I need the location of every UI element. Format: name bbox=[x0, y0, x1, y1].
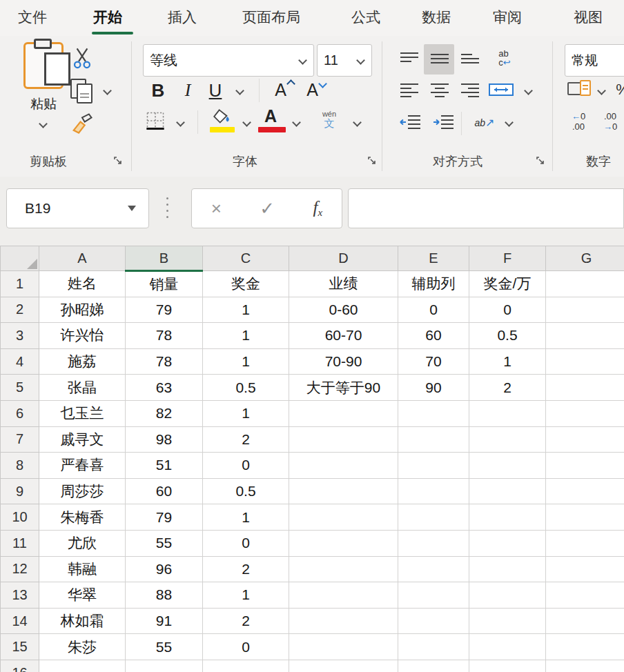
cell-f12[interactable] bbox=[469, 556, 546, 582]
row-header-12[interactable]: 12 bbox=[1, 556, 39, 582]
cell-d13[interactable] bbox=[289, 582, 398, 609]
cell-b1[interactable]: 销量 bbox=[126, 271, 203, 297]
cell-g4[interactable] bbox=[546, 348, 624, 375]
cell-d6[interactable] bbox=[289, 400, 398, 426]
row-header-1[interactable]: 1 bbox=[1, 271, 39, 297]
cell-g1[interactable] bbox=[546, 271, 624, 297]
cell-a8[interactable]: 严春喜 bbox=[39, 453, 126, 479]
tab-data[interactable]: 数据 bbox=[422, 8, 451, 27]
row-header-15[interactable]: 15 bbox=[1, 634, 39, 660]
italic-button[interactable]: I bbox=[177, 77, 199, 103]
cell-e1[interactable]: 辅助列 bbox=[398, 271, 469, 297]
column-header-f[interactable]: F bbox=[469, 246, 546, 271]
enter-button[interactable]: ✓ bbox=[260, 198, 275, 219]
cell-d14[interactable] bbox=[289, 608, 398, 634]
cell-g9[interactable] bbox=[546, 478, 624, 504]
row-header-10[interactable]: 10 bbox=[1, 504, 39, 531]
cell-f10[interactable] bbox=[469, 504, 546, 531]
cell-e6[interactable] bbox=[398, 400, 469, 426]
cell-c10[interactable]: 1 bbox=[203, 504, 289, 531]
increase-indent-button[interactable] bbox=[429, 112, 457, 132]
underline-button[interactable]: U bbox=[204, 77, 226, 103]
increase-decimal-button[interactable]: .00 →0 bbox=[595, 109, 624, 135]
tab-review[interactable]: 审阅 bbox=[493, 8, 522, 27]
cell-a9[interactable]: 周莎莎 bbox=[39, 478, 126, 504]
insert-function-button[interactable]: fx bbox=[313, 198, 323, 219]
select-all-corner[interactable] bbox=[1, 246, 39, 271]
cell-c6[interactable]: 1 bbox=[203, 400, 289, 426]
cell-b5[interactable]: 63 bbox=[126, 375, 203, 401]
cell-d12[interactable] bbox=[289, 556, 398, 582]
cell-c8[interactable]: 0 bbox=[203, 453, 289, 479]
cell-b4[interactable]: 78 bbox=[126, 348, 203, 375]
cell-b16[interactable] bbox=[126, 660, 203, 672]
cell-b9[interactable]: 60 bbox=[126, 478, 203, 504]
font-size-select[interactable]: 11 bbox=[317, 44, 372, 77]
cell-a4[interactable]: 施荔 bbox=[39, 348, 126, 375]
cell-c16[interactable] bbox=[203, 660, 289, 672]
cell-f5[interactable]: 2 bbox=[469, 375, 546, 401]
cell-c5[interactable]: 0.5 bbox=[203, 375, 289, 401]
cell-b13[interactable]: 88 bbox=[126, 582, 203, 609]
cell-c1[interactable]: 奖金 bbox=[203, 271, 289, 297]
column-header-d[interactable]: D bbox=[289, 246, 398, 271]
accounting-dropdown[interactable] bbox=[595, 86, 607, 95]
cell-e12[interactable] bbox=[398, 556, 469, 582]
orientation-dropdown[interactable] bbox=[503, 117, 515, 127]
cell-f1[interactable]: 奖金/万 bbox=[469, 271, 546, 297]
cell-d2[interactable]: 0-60 bbox=[289, 297, 398, 323]
cell-f15[interactable] bbox=[469, 634, 546, 660]
cell-g11[interactable] bbox=[546, 530, 624, 556]
decrease-font-button[interactable]: A bbox=[302, 76, 330, 103]
cell-c13[interactable]: 1 bbox=[203, 582, 289, 609]
row-header-16[interactable]: 16 bbox=[1, 660, 39, 672]
cell-e14[interactable] bbox=[398, 608, 469, 634]
cell-a10[interactable]: 朱梅香 bbox=[39, 504, 126, 531]
row-header-9[interactable]: 9 bbox=[1, 478, 39, 504]
row-header-13[interactable]: 13 bbox=[1, 582, 39, 609]
align-center-button[interactable] bbox=[427, 80, 453, 101]
font-dialog-launcher[interactable] bbox=[367, 156, 377, 166]
merge-dropdown[interactable] bbox=[522, 86, 534, 95]
cell-e15[interactable] bbox=[398, 634, 469, 660]
cell-d9[interactable] bbox=[289, 478, 398, 504]
column-header-c[interactable]: C bbox=[203, 246, 289, 271]
cell-b3[interactable]: 78 bbox=[126, 323, 203, 349]
align-top-button[interactable] bbox=[396, 48, 422, 69]
tab-view[interactable]: 视图 bbox=[574, 8, 603, 27]
name-box-dropdown[interactable] bbox=[128, 206, 136, 211]
row-header-14[interactable]: 14 bbox=[1, 608, 39, 634]
align-bottom-button[interactable] bbox=[457, 48, 483, 69]
cell-b7[interactable]: 98 bbox=[126, 426, 203, 453]
column-header-g[interactable]: G bbox=[546, 246, 624, 271]
cell-e8[interactable] bbox=[398, 453, 469, 479]
fill-color-dropdown[interactable] bbox=[240, 117, 253, 127]
row-header-8[interactable]: 8 bbox=[1, 453, 39, 479]
format-painter-button[interactable] bbox=[70, 110, 95, 137]
cell-b10[interactable]: 79 bbox=[126, 504, 203, 531]
wrap-text-button[interactable]: ab c↩ bbox=[489, 43, 520, 73]
cell-f2[interactable]: 0 bbox=[469, 297, 546, 323]
row-header-4[interactable]: 4 bbox=[1, 348, 39, 375]
cell-b2[interactable]: 79 bbox=[126, 297, 203, 323]
cut-button[interactable] bbox=[70, 46, 94, 70]
cell-a2[interactable]: 孙昭娣 bbox=[39, 297, 126, 323]
cell-c15[interactable]: 0 bbox=[203, 634, 289, 660]
cell-d4[interactable]: 70-90 bbox=[289, 348, 398, 375]
tab-home[interactable]: 开始 bbox=[93, 8, 122, 27]
cell-d8[interactable] bbox=[289, 453, 398, 479]
increase-font-button[interactable]: A bbox=[271, 76, 298, 103]
cell-c12[interactable]: 2 bbox=[203, 556, 289, 582]
cell-g6[interactable] bbox=[546, 400, 624, 426]
copy-dropdown[interactable] bbox=[101, 86, 113, 95]
cell-a16[interactable] bbox=[39, 660, 126, 672]
cell-d11[interactable] bbox=[289, 530, 398, 556]
cell-c11[interactable]: 0 bbox=[203, 530, 289, 556]
cancel-button[interactable]: × bbox=[211, 198, 222, 219]
cell-b14[interactable]: 91 bbox=[126, 608, 203, 634]
cell-e10[interactable] bbox=[398, 504, 469, 531]
cell-e16[interactable] bbox=[398, 660, 469, 672]
column-header-e[interactable]: E bbox=[398, 246, 469, 271]
cell-e4[interactable]: 70 bbox=[398, 348, 469, 375]
cell-f4[interactable]: 1 bbox=[469, 348, 546, 375]
